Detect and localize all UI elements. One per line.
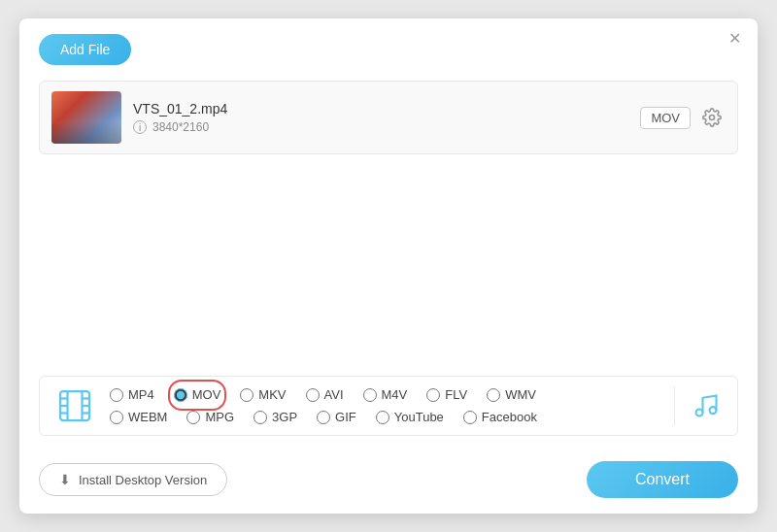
file-item: VTS_01_2.mp4 i 3840*2160 MOV	[39, 81, 738, 154]
file-actions: MOV	[640, 104, 726, 131]
middle-area	[39, 166, 738, 376]
svg-point-10	[696, 410, 703, 416]
close-button[interactable]: ✕	[725, 28, 744, 48]
format-mpg[interactable]: MPG	[186, 410, 234, 424]
add-file-button[interactable]: Add File	[39, 34, 131, 65]
format-panel: MP4 MOV MKV AVI M4V FLV	[39, 376, 738, 436]
svg-point-11	[710, 407, 717, 414]
music-icon	[691, 390, 722, 421]
file-resolution: 3840*2160	[152, 120, 209, 134]
format-youtube[interactable]: YouTube	[376, 410, 444, 424]
format-webm[interactable]: WEBM	[110, 410, 167, 424]
top-bar: Add File	[39, 34, 738, 65]
install-button[interactable]: ⬇ Install Desktop Version	[39, 463, 227, 496]
divider	[674, 386, 675, 425]
info-icon[interactable]: i	[133, 120, 147, 134]
format-3gp[interactable]: 3GP	[253, 410, 297, 424]
file-thumbnail	[51, 91, 121, 144]
install-label: Install Desktop Version	[79, 473, 207, 487]
file-meta: i 3840*2160	[133, 120, 628, 134]
file-info: VTS_01_2.mp4 i 3840*2160	[133, 101, 628, 134]
bottom-bar: ⬇ Install Desktop Version Convert	[39, 451, 738, 498]
format-options: MP4 MOV MKV AVI M4V FLV	[110, 387, 659, 424]
format-mov[interactable]: MOV	[174, 387, 221, 402]
settings-icon[interactable]	[698, 104, 726, 131]
download-icon: ⬇	[59, 472, 71, 487]
format-flv[interactable]: FLV	[426, 387, 467, 402]
convert-button[interactable]: Convert	[587, 461, 738, 498]
format-avi[interactable]: AVI	[306, 387, 344, 402]
format-gif[interactable]: GIF	[317, 410, 356, 424]
file-name: VTS_01_2.mp4	[133, 101, 628, 116]
main-dialog: ✕ Add File VTS_01_2.mp4 i 3840*2160 MOV	[19, 18, 758, 514]
format-row-2: WEBM MPG 3GP GIF YouTube Facebook	[110, 410, 659, 424]
svg-point-0	[710, 116, 715, 120]
film-icon	[55, 386, 94, 425]
format-wmv[interactable]: WMV	[487, 387, 536, 402]
format-row-1: MP4 MOV MKV AVI M4V FLV	[110, 387, 659, 402]
format-mkv[interactable]: MKV	[240, 387, 286, 402]
format-facebook[interactable]: Facebook	[463, 410, 537, 424]
format-badge[interactable]: MOV	[640, 107, 691, 129]
format-mp4[interactable]: MP4	[110, 387, 154, 402]
format-m4v[interactable]: M4V	[363, 387, 408, 402]
